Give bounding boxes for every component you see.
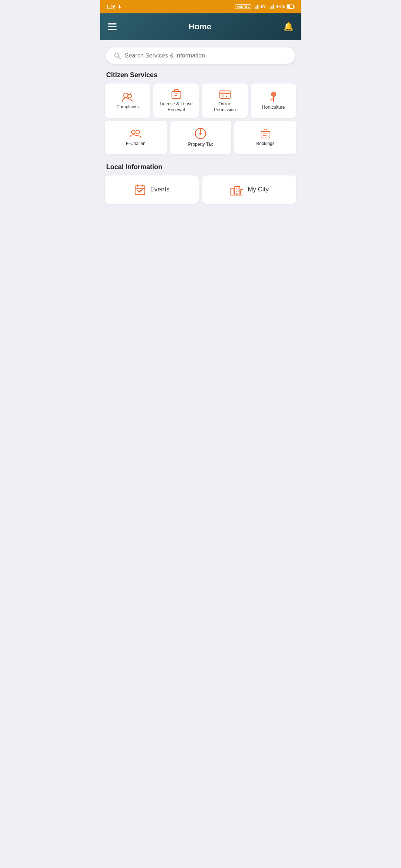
- svg-marker-3: [273, 4, 274, 9]
- svg-point-11: [124, 93, 128, 98]
- svg-rect-41: [241, 190, 243, 195]
- svg-point-13: [130, 93, 131, 95]
- horticulture-label: Horticulture: [262, 105, 285, 111]
- complaints-icon: [122, 92, 134, 102]
- license-lease-label: License & LeaseRenewal: [160, 101, 193, 113]
- status-time: 1:26: [106, 4, 115, 10]
- svg-marker-1: [255, 6, 257, 9]
- signal-icon: [253, 4, 258, 9]
- service-card-echallan[interactable]: E-Challan: [105, 121, 167, 154]
- download-icon: ⬇: [118, 4, 122, 10]
- svg-rect-15: [172, 92, 181, 98]
- svg-rect-22: [226, 95, 228, 95]
- bookings-icon: [260, 128, 271, 139]
- svg-rect-23: [226, 96, 227, 97]
- echallan-label: E-Challan: [126, 141, 146, 147]
- svg-rect-46: [236, 193, 238, 195]
- volte-badge: VoLTE2: [235, 4, 251, 9]
- search-container: [100, 40, 301, 68]
- battery-status: 43%: [276, 4, 285, 9]
- svg-rect-17: [175, 95, 177, 96]
- svg-rect-45: [238, 191, 239, 192]
- notification-bell-button[interactable]: 🔔: [283, 22, 293, 32]
- svg-point-24: [271, 92, 276, 97]
- local-information-grid: Events My City: [100, 175, 301, 211]
- property-tax-label: Property Tax: [188, 142, 213, 148]
- license-lease-icon: [171, 89, 182, 99]
- svg-rect-21: [222, 95, 224, 97]
- svg-rect-32: [261, 131, 270, 138]
- service-card-online-permission[interactable]: OnlinePermission: [202, 83, 248, 118]
- svg-line-10: [118, 57, 121, 59]
- property-tax-icon: [195, 128, 206, 139]
- svg-point-28: [136, 130, 140, 134]
- citizen-services-bottom-row: E-Challan Property Tax Bookings: [100, 121, 301, 160]
- svg-marker-0: [257, 4, 258, 9]
- mycity-icon: [230, 184, 243, 195]
- network-signal-icon: [269, 4, 274, 9]
- search-input[interactable]: [125, 52, 287, 59]
- svg-rect-39: [230, 189, 234, 195]
- svg-marker-4: [271, 6, 272, 9]
- events-icon: [134, 184, 146, 195]
- service-card-license-lease[interactable]: License & LeaseRenewal: [153, 83, 199, 118]
- svg-marker-5: [270, 7, 271, 9]
- local-information-title: Local Information: [100, 160, 301, 175]
- svg-point-27: [131, 130, 135, 134]
- citizen-services-top-row: Complaints License & LeaseRenewal: [100, 83, 301, 121]
- svg-rect-43: [238, 188, 239, 190]
- status-bar: 1:26 ⬇ VoLTE2 4G⁺ 43%: [100, 0, 301, 13]
- svg-rect-42: [236, 188, 237, 190]
- svg-rect-19: [220, 91, 230, 93]
- online-permission-icon: [219, 89, 231, 99]
- local-card-events[interactable]: Events: [105, 175, 199, 204]
- service-card-property-tax[interactable]: Property Tax: [170, 121, 232, 154]
- search-box[interactable]: [106, 47, 295, 64]
- search-icon: [114, 52, 121, 59]
- page-title: Home: [189, 22, 211, 32]
- svg-rect-16: [175, 93, 178, 94]
- service-card-bookings[interactable]: Bookings: [234, 121, 296, 154]
- complaints-label: Complaints: [116, 104, 138, 110]
- svg-rect-8: [287, 5, 290, 8]
- service-card-complaints[interactable]: Complaints: [105, 83, 150, 118]
- status-left: 1:26 ⬇: [106, 4, 122, 10]
- svg-rect-34: [263, 135, 267, 136]
- svg-marker-2: [254, 7, 255, 9]
- svg-rect-7: [294, 6, 295, 8]
- status-right: VoLTE2 4G⁺ 43%: [235, 4, 295, 9]
- horticulture-icon: [268, 91, 279, 102]
- svg-point-30: [199, 132, 202, 135]
- svg-rect-35: [135, 186, 145, 195]
- battery-icon: [287, 4, 295, 9]
- events-label: Events: [150, 186, 170, 193]
- citizen-services-title: Citizen Services: [100, 68, 301, 83]
- service-card-horticulture[interactable]: Horticulture: [251, 83, 296, 118]
- svg-rect-44: [236, 191, 237, 192]
- menu-button[interactable]: [108, 23, 117, 30]
- online-permission-label: OnlinePermission: [214, 101, 236, 113]
- echallan-icon: [130, 128, 141, 139]
- local-card-mycity[interactable]: My City: [202, 175, 296, 204]
- mycity-label: My City: [248, 186, 269, 193]
- svg-rect-33: [263, 134, 268, 134]
- network-icon: 4G⁺: [260, 5, 267, 9]
- app-header: Home 🔔: [100, 13, 301, 40]
- bookings-label: Bookings: [256, 141, 274, 147]
